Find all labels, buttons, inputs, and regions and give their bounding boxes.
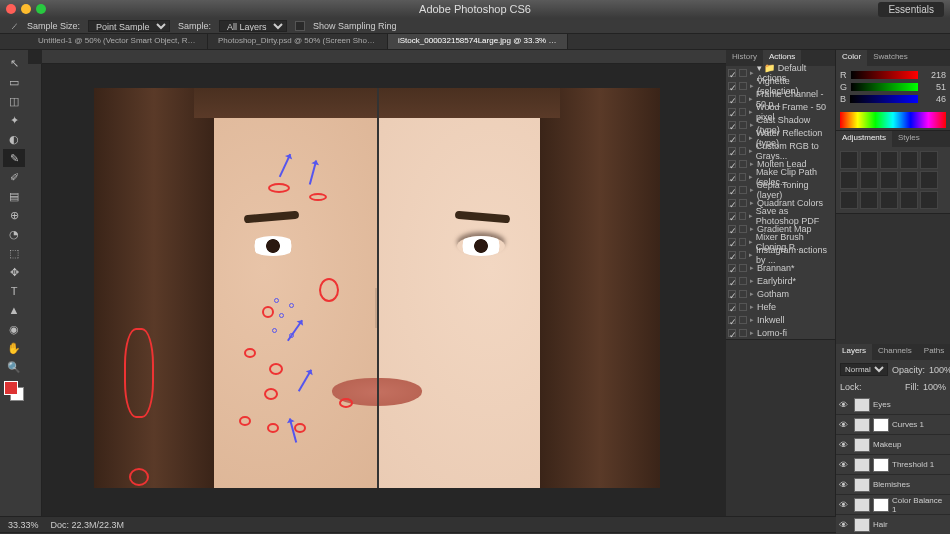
action-item[interactable]: ✓▸Sepia Toning (layer) bbox=[726, 183, 835, 196]
zoom-window-button[interactable] bbox=[36, 4, 46, 14]
action-item[interactable]: ✓▸Instagram actions by ... bbox=[726, 248, 835, 261]
hue-adj-icon[interactable] bbox=[840, 171, 858, 189]
b-label: B bbox=[840, 94, 846, 104]
document-tabs: Untitled-1 @ 50% (Vector Smart Object, R… bbox=[0, 34, 950, 50]
sample-size-select[interactable]: Point Sample bbox=[88, 20, 170, 32]
status-bar: 33.33% Doc: 22.3M/22.3M bbox=[0, 516, 950, 532]
visibility-icon[interactable]: 👁 bbox=[839, 420, 851, 430]
foreground-color-swatch[interactable] bbox=[4, 381, 18, 395]
visibility-icon[interactable]: 👁 bbox=[839, 440, 851, 450]
action-item[interactable]: ✓▸Earlybird* bbox=[726, 274, 835, 287]
marquee-tool[interactable]: ▭ bbox=[3, 73, 25, 91]
brush-tool[interactable]: ✐ bbox=[3, 168, 25, 186]
doc-tab-0[interactable]: Untitled-1 @ 50% (Vector Smart Object, R… bbox=[28, 34, 208, 49]
opacity-value[interactable]: 100% bbox=[929, 365, 950, 375]
exposure-adj-icon[interactable] bbox=[900, 151, 918, 169]
eyedropper-tool[interactable]: ✎ bbox=[3, 149, 25, 167]
levels-adj-icon[interactable] bbox=[860, 151, 878, 169]
type-tool[interactable]: T bbox=[3, 282, 25, 300]
photofilter-adj-icon[interactable] bbox=[900, 171, 918, 189]
gradientmap-adj-icon[interactable] bbox=[900, 191, 918, 209]
channelmixer-adj-icon[interactable] bbox=[920, 171, 938, 189]
minimize-window-button[interactable] bbox=[21, 4, 31, 14]
visibility-icon[interactable]: 👁 bbox=[839, 520, 851, 530]
action-item[interactable]: ✓▸Hefe bbox=[726, 300, 835, 313]
action-item[interactable]: ✓▸Lomo-fi bbox=[726, 326, 835, 339]
action-item[interactable]: ✓▸Save as Photoshop PDF bbox=[726, 209, 835, 222]
action-item[interactable]: ✓▸Gotham bbox=[726, 287, 835, 300]
visibility-icon[interactable]: 👁 bbox=[839, 400, 851, 410]
ruler-horizontal[interactable] bbox=[42, 50, 726, 64]
color-spectrum[interactable] bbox=[840, 112, 946, 128]
sample-size-label: Sample Size: bbox=[27, 21, 80, 31]
move-tool[interactable]: ↖ bbox=[3, 54, 25, 72]
clone-stamp-tool[interactable]: ▤ bbox=[3, 187, 25, 205]
r-slider[interactable] bbox=[851, 71, 919, 79]
adjustments-tab[interactable]: Adjustments bbox=[836, 131, 892, 147]
magic-wand-tool[interactable]: ✦ bbox=[3, 111, 25, 129]
lock-label: Lock: bbox=[840, 382, 862, 392]
healing-tool[interactable]: ⊕ bbox=[3, 206, 25, 224]
layer-row[interactable]: 👁Hair bbox=[836, 515, 950, 534]
ruler-vertical[interactable] bbox=[28, 64, 42, 516]
posterize-adj-icon[interactable] bbox=[860, 191, 878, 209]
color-tab[interactable]: Color bbox=[836, 50, 867, 66]
g-slider[interactable] bbox=[851, 83, 918, 91]
fill-value[interactable]: 100% bbox=[923, 382, 946, 392]
eraser-tool[interactable]: ⬚ bbox=[3, 244, 25, 262]
r-label: R bbox=[840, 70, 847, 80]
visibility-icon[interactable]: 👁 bbox=[839, 480, 851, 490]
titlebar: Adobe Photoshop CS6 Essentials bbox=[0, 0, 950, 18]
gradient-tool[interactable]: ◔ bbox=[3, 225, 25, 243]
b-value: 46 bbox=[922, 94, 946, 104]
blend-mode-select[interactable]: Normal bbox=[840, 363, 888, 376]
right-panels: History Actions ✓▸▾ 📁 Default Actions✓▸V… bbox=[726, 50, 950, 516]
doc-tab-2[interactable]: iStock_000032158574Large.jpg @ 33.3% (Ba… bbox=[388, 34, 568, 49]
layer-row[interactable]: 👁Blemishes bbox=[836, 475, 950, 495]
color-swatches[interactable] bbox=[4, 381, 24, 401]
actions-list: ✓▸▾ 📁 Default Actions✓▸Vignette (selecti… bbox=[726, 66, 835, 339]
selectivecolor-adj-icon[interactable] bbox=[920, 191, 938, 209]
crop-tool[interactable]: ◐ bbox=[3, 130, 25, 148]
canvas-area[interactable] bbox=[28, 50, 726, 516]
doc-tab-1[interactable]: Photoshop_Dirty.psd @ 50% (Screen Shot 2… bbox=[208, 34, 388, 49]
close-window-button[interactable] bbox=[6, 4, 16, 14]
layer-row[interactable]: 👁Curves 1 bbox=[836, 415, 950, 435]
blur-tool[interactable]: ✥ bbox=[3, 263, 25, 281]
vibrance-adj-icon[interactable] bbox=[920, 151, 938, 169]
sample-layers-select[interactable]: All Layers bbox=[219, 20, 287, 32]
layer-row[interactable]: 👁Makeup bbox=[836, 435, 950, 455]
channels-tab[interactable]: Channels bbox=[872, 344, 918, 360]
document-canvas[interactable] bbox=[94, 88, 660, 488]
curves-adj-icon[interactable] bbox=[880, 151, 898, 169]
layer-row[interactable]: 👁Eyes bbox=[836, 395, 950, 415]
layers-tab[interactable]: Layers bbox=[836, 344, 872, 360]
window-controls bbox=[6, 4, 46, 14]
action-item[interactable]: ✓▸Custom RGB to Grays... bbox=[726, 144, 835, 157]
workspace-switcher[interactable]: Essentials bbox=[878, 2, 944, 17]
layer-row[interactable]: 👁Color Balance 1 bbox=[836, 495, 950, 515]
paths-tab[interactable]: Paths bbox=[918, 344, 950, 360]
hand-tool[interactable]: ✋ bbox=[3, 339, 25, 357]
bw-adj-icon[interactable] bbox=[880, 171, 898, 189]
brightness-adj-icon[interactable] bbox=[840, 151, 858, 169]
visibility-icon[interactable]: 👁 bbox=[839, 500, 851, 510]
zoom-tool[interactable]: 🔍 bbox=[3, 358, 25, 376]
colorbalance-adj-icon[interactable] bbox=[860, 171, 878, 189]
threshold-adj-icon[interactable] bbox=[880, 191, 898, 209]
lasso-tool[interactable]: ◫ bbox=[3, 92, 25, 110]
show-ring-checkbox[interactable] bbox=[295, 21, 305, 31]
zoom-readout[interactable]: 33.33% bbox=[8, 520, 39, 530]
layer-row[interactable]: 👁Threshold 1 bbox=[836, 455, 950, 475]
action-item[interactable]: ✓▸Inkwell bbox=[726, 313, 835, 326]
sample-label: Sample: bbox=[178, 21, 211, 31]
options-bar: ⟋ Sample Size: Point Sample Sample: All … bbox=[0, 18, 950, 34]
shape-tool[interactable]: ◉ bbox=[3, 320, 25, 338]
invert-adj-icon[interactable] bbox=[840, 191, 858, 209]
visibility-icon[interactable]: 👁 bbox=[839, 460, 851, 470]
swatches-tab[interactable]: Swatches bbox=[867, 50, 914, 66]
pen-tool[interactable]: ▲ bbox=[3, 301, 25, 319]
b-slider[interactable] bbox=[850, 95, 918, 103]
g-value: 51 bbox=[922, 82, 946, 92]
styles-tab[interactable]: Styles bbox=[892, 131, 926, 147]
